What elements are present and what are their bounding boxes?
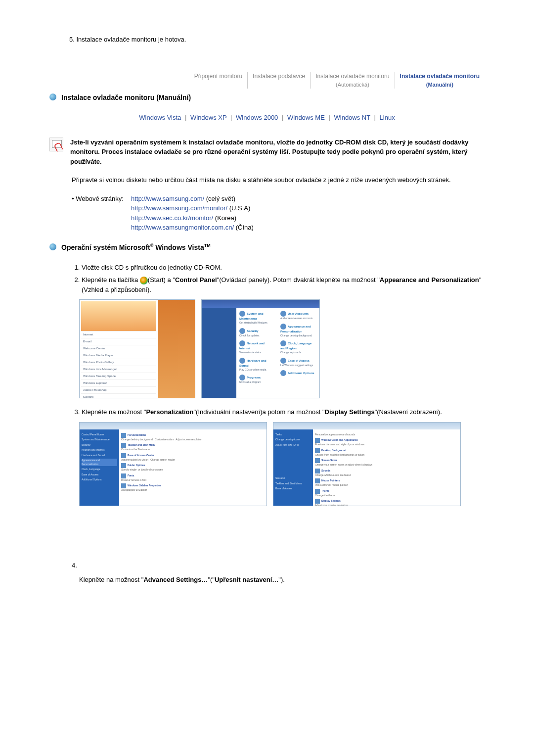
warning-note: Jste-li vyzváni operačním systémem k ins… bbox=[49, 138, 485, 167]
link-linux[interactable]: Linux bbox=[380, 114, 395, 121]
nav-label: Instalace ovladače monitoru bbox=[400, 73, 480, 80]
windows-start-icon bbox=[140, 277, 148, 284]
nav-label: Instalace podstavce bbox=[253, 73, 305, 80]
section-heading-manual: Instalace ovladače monitoru (Manuální) bbox=[49, 93, 485, 103]
separator: | bbox=[183, 114, 188, 121]
screenshot-personalization-2: Tasks Change desktop icons Adjust font s… bbox=[273, 422, 461, 506]
separator: | bbox=[228, 114, 234, 121]
samsung-monitor-usa-link[interactable]: http://www.samsung.com/monitor/ bbox=[131, 204, 227, 212]
prepare-paragraph: Připravte si volnou disketu nebo určitou… bbox=[72, 175, 485, 185]
samsung-global-link[interactable]: http://www.samsung.com/ bbox=[131, 195, 204, 202]
page-nav-tabs: Připojení monitoru Instalace podstavce I… bbox=[49, 72, 485, 89]
section-title-vista: Operační systém Microsoft® Windows Vista… bbox=[61, 242, 211, 253]
link-windows-me[interactable]: Windows ME bbox=[287, 114, 325, 121]
screenshot-control-panel: System and MaintenanceGet started with W… bbox=[201, 299, 320, 398]
bullet-icon bbox=[49, 243, 56, 250]
step-3: Klepněte na možnost "Personalization"(In… bbox=[82, 407, 485, 417]
separator: | bbox=[280, 114, 285, 121]
step-4-number: 4. bbox=[72, 561, 485, 570]
separator: | bbox=[326, 114, 332, 121]
nav-tab-connect[interactable]: Připojení monitoru bbox=[189, 72, 247, 89]
nav-label: Připojení monitoru bbox=[194, 73, 242, 80]
link-windows-vista[interactable]: Windows Vista bbox=[139, 114, 181, 121]
step-4-text: Klepněte na možnost "Advanced Settings…"… bbox=[79, 575, 485, 585]
samsung-china-link[interactable]: http://www.samsungmonitor.com.cn/ bbox=[131, 224, 234, 231]
website-label: Webové stránky: bbox=[72, 195, 124, 202]
link-windows-nt[interactable]: Windows NT bbox=[334, 114, 370, 121]
link-region: (U.S.A) bbox=[229, 204, 251, 212]
sec-korea-link[interactable]: http://www.sec.co.kr/monitor/ bbox=[131, 214, 213, 222]
link-windows-2000[interactable]: Windows 2000 bbox=[236, 114, 278, 121]
step3-screenshots: Control Panel Home System and Maintenanc… bbox=[79, 422, 485, 506]
section-title: Instalace ovladače monitoru (Manuální) bbox=[61, 93, 191, 103]
nav-tab-stand[interactable]: Instalace podstavce bbox=[247, 72, 310, 89]
screenshot-start-menu: Internet E-mail Welcome Center Windows M… bbox=[79, 299, 195, 398]
vista-steps-list: Vložte disk CD s příručkou do jednotky C… bbox=[82, 263, 485, 295]
website-list: Webové stránky: http://www.samsung.com/ … bbox=[72, 194, 485, 233]
link-windows-xp[interactable]: Windows XP bbox=[190, 114, 226, 121]
nav-sublabel: (Manuální) bbox=[400, 81, 480, 89]
screenshot-personalization-1: Control Panel Home System and Maintenanc… bbox=[79, 422, 267, 506]
nav-label: Instalace ovladače monitoru bbox=[315, 73, 389, 80]
link-region: (Korea) bbox=[215, 214, 236, 222]
warning-icon bbox=[49, 138, 63, 151]
step2-screenshots: Internet E-mail Welcome Center Windows M… bbox=[79, 299, 485, 398]
os-links-row: Windows Vista | Windows XP | Windows 200… bbox=[49, 113, 485, 123]
intro-step-5: 5. Instalace ovladače monitoru je hotova… bbox=[69, 35, 485, 45]
nav-tab-manual[interactable]: Instalace ovladače monitoru (Manuální) bbox=[395, 72, 485, 89]
link-region: (Čína) bbox=[236, 224, 254, 231]
bullet-icon bbox=[49, 94, 56, 100]
nav-tab-auto[interactable]: Instalace ovladače monitoru (Automatická… bbox=[310, 72, 394, 89]
link-region: (celý svět) bbox=[206, 195, 235, 202]
nav-sublabel: (Automatická) bbox=[315, 81, 389, 89]
separator: | bbox=[372, 114, 378, 121]
vista-steps-list-3: Klepněte na možnost "Personalization"(In… bbox=[82, 407, 485, 417]
step-1: Vložte disk CD s příručkou do jednotky C… bbox=[82, 263, 485, 273]
section-heading-vista: Operační systém Microsoft® Windows Vista… bbox=[49, 242, 485, 253]
step-2: Klepněte na tlačítka (Start) a "Control … bbox=[82, 275, 485, 294]
warning-text: Jste-li vyzváni operačním systémem k ins… bbox=[70, 138, 485, 167]
